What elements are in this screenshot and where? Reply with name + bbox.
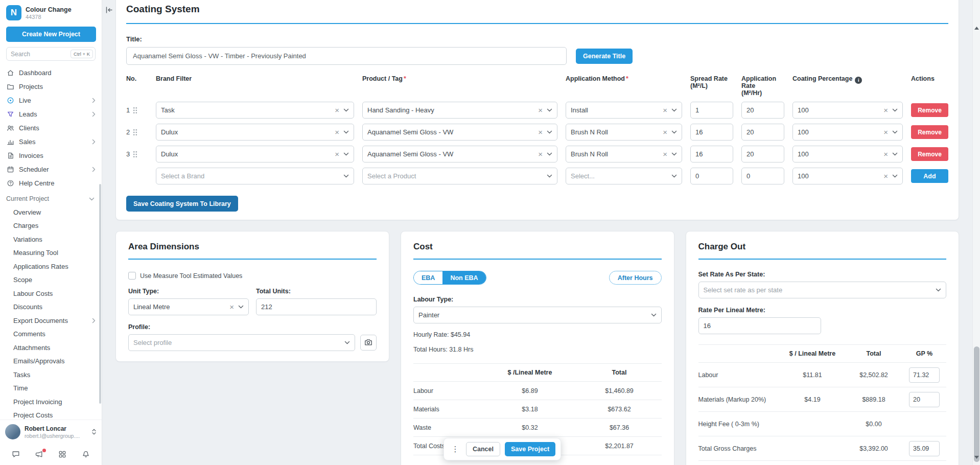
user-menu[interactable]: Robert Loncar robert.l@ushergroup.... xyxy=(0,420,102,444)
save-project-button[interactable]: Save Project xyxy=(505,442,555,456)
application-method-select[interactable]: Select... xyxy=(566,168,682,184)
remove-row-button[interactable]: Remove xyxy=(911,125,948,139)
gp-percent-input[interactable] xyxy=(909,441,940,456)
clear-icon[interactable]: × xyxy=(663,128,667,136)
sidebar-item-tasks[interactable]: Tasks xyxy=(0,368,102,382)
brand-filter-select[interactable]: Dulux× xyxy=(156,146,354,162)
sidebar-item-clients[interactable]: Clients xyxy=(0,121,102,135)
sidebar-item-scope[interactable]: Scope xyxy=(0,273,102,287)
sidebar-collapse-button[interactable] xyxy=(103,5,114,16)
application-rate-input[interactable] xyxy=(741,124,784,141)
clear-icon[interactable]: × xyxy=(538,128,543,136)
sidebar-item-comments[interactable]: Comments xyxy=(0,328,102,341)
clear-icon[interactable]: × xyxy=(538,106,543,114)
sidebar-item-discounts[interactable]: Discounts xyxy=(0,300,102,314)
remove-row-button[interactable]: Remove xyxy=(911,103,948,117)
sidebar-scrollbar-thumb[interactable] xyxy=(99,184,101,404)
sidebar-item-help-centre[interactable]: Help Centre xyxy=(0,176,102,190)
sidebar-item-live[interactable]: Live xyxy=(0,94,102,107)
rate-per-lineal-metre-input[interactable] xyxy=(698,317,821,334)
drag-handle-icon[interactable] xyxy=(133,129,137,136)
brand-filter-select[interactable]: Dulux× xyxy=(156,124,354,141)
search-input[interactable] xyxy=(11,51,71,58)
sidebar-item-scheduler[interactable]: Scheduler xyxy=(0,162,102,176)
coating-percentage-select[interactable]: 100× xyxy=(792,124,903,141)
cancel-button[interactable]: Cancel xyxy=(466,442,500,456)
drag-handle-icon[interactable] xyxy=(133,107,137,114)
sidebar-item-dashboard[interactable]: Dashboard xyxy=(0,66,102,80)
product-tag-select[interactable]: Aquanamel Semi Gloss - VW× xyxy=(362,124,557,141)
coating-percentage-select[interactable]: 100× xyxy=(792,168,903,184)
total-units-input[interactable] xyxy=(256,298,377,315)
sidebar-item-invoices[interactable]: Invoices xyxy=(0,149,102,162)
labour-type-select[interactable]: Painter xyxy=(413,307,662,323)
coating-title-input[interactable] xyxy=(126,47,567,65)
clear-icon[interactable]: × xyxy=(883,128,888,136)
notifications-button[interactable] xyxy=(79,448,93,462)
clear-icon[interactable]: × xyxy=(883,150,888,158)
clear-icon[interactable]: × xyxy=(663,150,667,158)
brand-filter-select[interactable]: Select a Brand xyxy=(156,168,354,184)
coating-percentage-select[interactable]: 100× xyxy=(792,102,903,119)
sidebar-item-applications-rates[interactable]: Applications Rates xyxy=(0,260,102,273)
chat-button[interactable] xyxy=(9,448,23,462)
sidebar-item-labour-costs[interactable]: Labour Costs xyxy=(0,287,102,300)
sidebar-item-time[interactable]: Time xyxy=(0,382,102,396)
main-scrollbar[interactable] xyxy=(972,0,980,465)
sidebar-item-charges[interactable]: Charges xyxy=(0,219,102,233)
generate-title-button[interactable]: Generate Title xyxy=(576,49,633,64)
non-eba-button[interactable]: Non EBA xyxy=(442,271,485,284)
application-rate-input[interactable] xyxy=(741,146,784,162)
application-rate-input[interactable] xyxy=(741,102,784,119)
announcements-button[interactable] xyxy=(32,448,46,462)
coating-percentage-select[interactable]: 100× xyxy=(792,146,903,162)
camera-button[interactable] xyxy=(360,335,377,351)
eba-button[interactable]: EBA xyxy=(414,271,442,284)
after-hours-button[interactable]: After Hours xyxy=(609,271,662,285)
spread-rate-input[interactable] xyxy=(690,168,733,184)
search-box[interactable]: Ctrl + K xyxy=(6,47,96,61)
product-tag-select[interactable]: Aquanamel Semi Gloss - VW× xyxy=(362,146,557,162)
sidebar-item-project-invoicing[interactable]: Project Invoicing xyxy=(0,395,102,409)
application-method-select[interactable]: Brush N Roll× xyxy=(566,146,682,162)
sidebar-item-measuring-tool[interactable]: Measuring Tool xyxy=(0,246,102,260)
application-method-select[interactable]: Brush N Roll× xyxy=(566,124,682,141)
add-row-button[interactable]: Add xyxy=(911,169,948,183)
gp-percent-input[interactable] xyxy=(909,367,940,383)
scroll-up-arrow[interactable] xyxy=(974,22,979,32)
clear-icon[interactable]: × xyxy=(229,303,234,311)
remove-row-button[interactable]: Remove xyxy=(911,147,948,161)
sidebar-item-variations[interactable]: Variations xyxy=(0,232,102,246)
application-rate-input[interactable] xyxy=(741,168,784,184)
product-tag-select[interactable]: Select a Product xyxy=(362,168,557,184)
sidebar-item-sales[interactable]: Sales xyxy=(0,135,102,149)
scroll-down-arrow[interactable] xyxy=(974,452,979,461)
application-method-select[interactable]: Install× xyxy=(566,102,682,119)
measure-tool-checkbox[interactable] xyxy=(128,272,136,280)
clear-icon[interactable]: × xyxy=(335,128,339,136)
scrollbar-thumb[interactable] xyxy=(974,346,979,462)
set-rate-state-select[interactable]: Select set rate as per state xyxy=(698,282,947,298)
product-tag-select[interactable]: Hand Sanding - Heavy× xyxy=(362,102,557,119)
spread-rate-input[interactable] xyxy=(690,102,733,119)
current-project-toggle[interactable]: Current Project xyxy=(0,190,102,205)
drag-handle-icon[interactable] xyxy=(133,151,137,158)
info-icon[interactable]: i xyxy=(855,77,862,84)
create-new-project-button[interactable]: Create New Project xyxy=(6,27,96,42)
more-options-button[interactable]: ⋮ xyxy=(449,442,461,456)
clear-icon[interactable]: × xyxy=(335,106,339,114)
sidebar-item-export-documents[interactable]: Export Documents xyxy=(0,314,102,328)
gp-percent-input[interactable] xyxy=(909,392,940,407)
brand-filter-select[interactable]: Task× xyxy=(156,102,354,119)
sidebar-item-projects[interactable]: Projects xyxy=(0,80,102,94)
save-coating-system-button[interactable]: Save Coating System To Library xyxy=(126,196,238,212)
apps-grid-button[interactable] xyxy=(55,448,69,462)
clear-icon[interactable]: × xyxy=(335,150,339,158)
sidebar-item-attachments[interactable]: Attachments xyxy=(0,341,102,355)
unit-type-select[interactable]: Lineal Metre× xyxy=(128,298,249,315)
clear-icon[interactable]: × xyxy=(538,150,543,158)
clear-icon[interactable]: × xyxy=(883,106,888,114)
clear-icon[interactable]: × xyxy=(883,172,888,180)
spread-rate-input[interactable] xyxy=(690,124,733,141)
sidebar-item-leads[interactable]: Leads xyxy=(0,107,102,121)
